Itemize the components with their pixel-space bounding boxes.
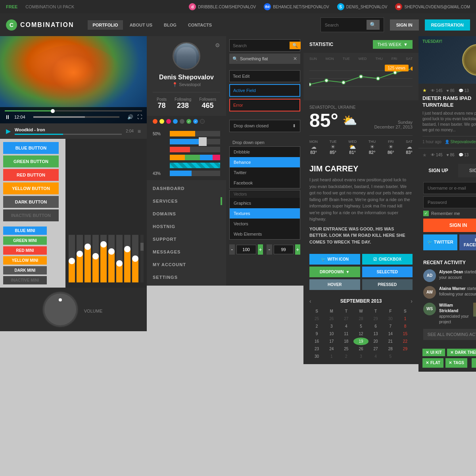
- nav-services[interactable]: SERVICES: [147, 195, 226, 207]
- dot-orange[interactable]: [153, 119, 157, 124]
- slider-7[interactable]: [116, 235, 123, 282]
- dropdown-item-behance[interactable]: Behance: [230, 157, 300, 167]
- post-star-icon[interactable]: ★: [422, 88, 427, 93]
- dropdown-group-graphics[interactable]: Graphics: [230, 198, 300, 208]
- search-button[interactable]: 🔍: [367, 20, 380, 30]
- dropdown-item-dribbble[interactable]: Dribbble: [230, 147, 300, 157]
- cal-day[interactable]: 12: [353, 330, 368, 338]
- add-tag-button[interactable]: ADD: [472, 358, 476, 368]
- yellow-mini-button[interactable]: YELLOW MINI: [3, 256, 47, 265]
- cal-today[interactable]: 19: [353, 338, 368, 345]
- slider-9[interactable]: [132, 235, 138, 282]
- with-icon-button[interactable]: 🐦 WITH ICON: [309, 254, 360, 265]
- slider-8[interactable]: [124, 235, 131, 282]
- nav-messages[interactable]: MESSAGES: [147, 246, 226, 258]
- cal-day[interactable]: 25: [309, 315, 324, 322]
- dropdown-group-webelements[interactable]: Web Elements: [230, 229, 300, 239]
- yellow-button[interactable]: YELLOW BUTTON: [3, 182, 59, 194]
- remember-checkbox[interactable]: ✓: [423, 211, 429, 216]
- cal-day[interactable]: 26: [324, 315, 339, 322]
- cal-day[interactable]: 8: [398, 322, 413, 330]
- tag-dark-x-icon[interactable]: ✕: [450, 350, 453, 355]
- tag-uikit[interactable]: ✕ UI KIT: [422, 349, 445, 356]
- cal-day[interactable]: 15: [398, 330, 413, 338]
- video-pause-icon[interactable]: ⏸: [5, 114, 10, 120]
- scroll-indicator[interactable]: [140, 235, 144, 282]
- cal-day[interactable]: 18: [339, 338, 353, 345]
- nav-portfolio[interactable]: PORTFOLIO: [88, 20, 123, 30]
- cal-day[interactable]: 2: [339, 353, 353, 360]
- cal-day[interactable]: 5: [383, 353, 398, 360]
- green-mini-button[interactable]: GREEN MINI: [3, 236, 47, 245]
- fullscreen-icon[interactable]: ⛶: [137, 114, 142, 120]
- blue-mini-button[interactable]: BLUE MINI: [3, 226, 47, 235]
- progress-track-4[interactable]: [170, 155, 220, 160]
- slider-3[interactable]: [84, 235, 91, 282]
- cal-day[interactable]: 17: [324, 338, 339, 345]
- nav-hosting[interactable]: HOSTNIG: [147, 220, 226, 233]
- hover-button[interactable]: HOVER: [309, 279, 360, 290]
- nav-domains[interactable]: DOMAINS: [147, 207, 226, 220]
- signin-tab[interactable]: SIGN IN: [458, 164, 476, 177]
- cal-day[interactable]: 4: [369, 353, 383, 360]
- volume-icon[interactable]: 🔊: [127, 114, 133, 120]
- volume-knob[interactable]: [44, 294, 76, 325]
- progress-track-1[interactable]: [170, 131, 220, 136]
- signin-orange-button[interactable]: SIGN IN: [423, 219, 476, 232]
- gmail-link[interactable]: ✉ SHEPOVALOVDENIS@GMAIL.COM: [395, 3, 470, 10]
- error-field[interactable]: [229, 99, 300, 111]
- dot-x[interactable]: [200, 119, 205, 124]
- nav-about[interactable]: ABOUT US: [125, 20, 157, 30]
- nav-support[interactable]: SUPPORT: [147, 233, 226, 246]
- cal-day[interactable]: 30: [309, 353, 324, 360]
- username-field[interactable]: [423, 182, 476, 194]
- cal-day[interactable]: 25: [339, 345, 353, 353]
- cal-day[interactable]: 14: [383, 330, 398, 338]
- dropdown-item-facebook[interactable]: Facebook: [230, 178, 300, 188]
- slider-1[interactable]: [69, 235, 75, 282]
- cal-day[interactable]: 9: [309, 330, 324, 338]
- cal-day[interactable]: 26: [353, 345, 368, 353]
- see-all-button[interactable]: SEE ALL INCOMING ACTIVITY: [423, 329, 476, 340]
- nav-dashboard[interactable]: DASHBOARD: [147, 182, 226, 195]
- cal-day[interactable]: 30: [383, 315, 398, 322]
- post-author[interactable]: 👤 Shepovalovdenis: [445, 140, 476, 144]
- progress-track-5[interactable]: [170, 163, 220, 168]
- cal-day[interactable]: 11: [339, 330, 353, 338]
- search-input[interactable]: [325, 23, 365, 27]
- stepper-minus-1[interactable]: -: [229, 244, 235, 255]
- dot-pink[interactable]: [166, 119, 171, 124]
- cal-day[interactable]: 22: [398, 338, 413, 345]
- slider-2[interactable]: [77, 235, 83, 282]
- cal-day[interactable]: 4: [339, 322, 353, 330]
- tag-x-icon[interactable]: ✕: [426, 350, 429, 355]
- dribbble-link[interactable]: d DRIBBBLE.COM/SHEPOVALOV: [189, 3, 256, 10]
- cal-day[interactable]: 7: [383, 322, 398, 330]
- password-field[interactable]: [423, 196, 476, 208]
- nav-myaccount[interactable]: MY ACCOUNT: [147, 258, 226, 271]
- nav-contacts[interactable]: CONTACTS: [183, 20, 217, 30]
- cal-day[interactable]: 29: [398, 345, 413, 353]
- tag-flat-x-icon[interactable]: ✕: [426, 361, 429, 365]
- signup-tab[interactable]: SIGN UP: [418, 164, 458, 177]
- pressed-button[interactable]: PRESSED: [362, 279, 413, 290]
- video-progress[interactable]: [5, 110, 142, 111]
- cal-day[interactable]: 2: [309, 322, 324, 330]
- dropdown-button[interactable]: DROPDOWN ▼: [309, 267, 360, 277]
- register-button[interactable]: REGISTRATION: [425, 19, 470, 31]
- text-edit-field[interactable]: [229, 70, 300, 82]
- selected-button[interactable]: SELECTED: [362, 267, 413, 277]
- post-star-2-icon[interactable]: ★: [422, 152, 427, 158]
- slider-6[interactable]: [108, 235, 115, 282]
- red-mini-button[interactable]: RED MINI: [3, 246, 47, 255]
- dropdown-group-textures[interactable]: Textures: [230, 208, 300, 219]
- cal-day[interactable]: 24: [324, 345, 339, 353]
- music-play-icon[interactable]: ▶: [6, 127, 11, 135]
- twitter-auth-button[interactable]: 🐦 TWITTER: [423, 234, 457, 250]
- dropdown-group-vectors[interactable]: Vectors: [230, 219, 300, 229]
- progress-track-3[interactable]: [170, 147, 220, 152]
- progress-track-2[interactable]: [170, 139, 220, 144]
- nav-settings[interactable]: SETTINGS: [147, 271, 226, 284]
- dark-mini-button[interactable]: DARK MINI: [3, 266, 47, 274]
- dot-check-green[interactable]: ✓: [186, 119, 191, 124]
